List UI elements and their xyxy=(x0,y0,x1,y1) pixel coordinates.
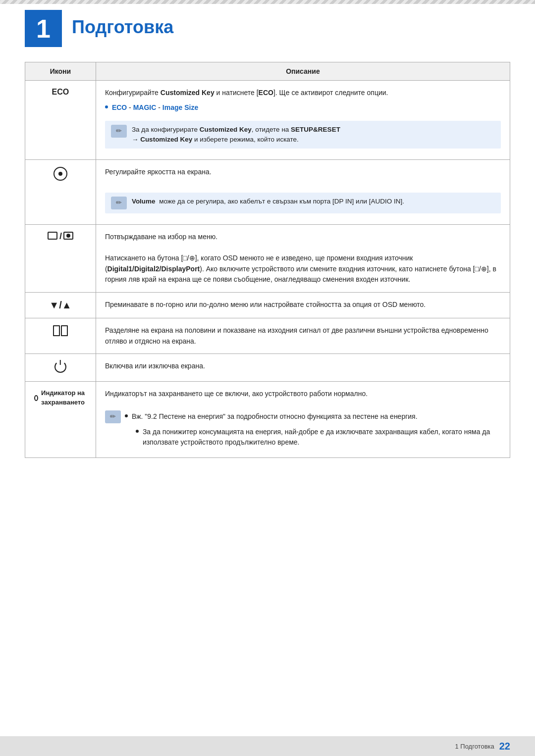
desc-cell-brightness: Регулирайте яркостта на екрана. ✏ Volume… xyxy=(96,160,510,224)
icon-cell-power xyxy=(25,354,96,382)
icon-cell-eco: ECO xyxy=(25,81,96,160)
desc-cell-power: Включва или изключва екрана. xyxy=(96,354,510,382)
icon-cell-arrows: ▼/▲ xyxy=(25,293,96,318)
note-pencil-icon: ✏ xyxy=(105,410,121,423)
footer-page-number: 22 xyxy=(499,741,510,752)
table-row: / Потвърждаване на избор на меню. Натиск… xyxy=(25,224,510,292)
square-icon xyxy=(48,232,57,240)
eco-code: ECO xyxy=(259,89,273,97)
table-row: ECO Конфигурирайте Customized Key и нати… xyxy=(25,81,510,160)
power-icon xyxy=(54,361,66,373)
chapter-title: Подготовка xyxy=(72,17,173,38)
desc-cell-eco: Конфигурирайте Customized Key и натиснет… xyxy=(96,81,510,160)
note-pencil-icon: ✏ xyxy=(111,197,127,209)
customized-key-bold: Customized Key xyxy=(160,89,214,97)
power-dot xyxy=(34,395,38,401)
menu-icon: / xyxy=(48,232,73,242)
menu-source-text: Натискането на бутона [□/⊕], когато OSD … xyxy=(105,253,501,285)
table-row: ▼/▲ Преминавате в по-горно или по-долно … xyxy=(25,293,510,318)
chapter-number: 1 xyxy=(25,10,62,47)
desc-cell-indicator: Индикаторът на захранването ще се включи… xyxy=(96,382,510,457)
split-bar-right xyxy=(61,325,68,336)
eco-description: Конфигурирайте Customized Key и натиснет… xyxy=(105,88,501,99)
table-row: Включва или изключва екрана. xyxy=(25,354,510,382)
icon-cell-brightness xyxy=(25,160,96,224)
inner-circle xyxy=(66,234,70,238)
brightness-icon xyxy=(54,167,67,181)
eco-note-box: ✏ За да конфигурирате Customized Key, от… xyxy=(105,121,501,149)
arrows-description: Преминавате в по-горно или по-долно меню… xyxy=(105,300,501,310)
menu-confirm-text: Потвърждаване на избор на меню. xyxy=(105,232,501,243)
brightness-note-text: Volume може да се регулира, ако кабелът … xyxy=(132,197,404,206)
bullet-icon xyxy=(105,105,108,108)
table-row: Индикатор на захранването Индикаторът на… xyxy=(25,382,510,457)
brightness-description: Регулирайте яркостта на екрана. xyxy=(105,167,501,178)
icon-cell-menu: / xyxy=(25,224,96,292)
brightness-note-box: ✏ Volume може да се регулира, ако кабелъ… xyxy=(105,193,501,213)
page-footer: 1 Подготовка 22 xyxy=(0,736,535,756)
power-description: Включва или изключва екрана. xyxy=(105,361,501,372)
list-item: ECO - MAGIC - Image Size xyxy=(105,101,501,114)
list-item: За да понижитер консумацията на енергия,… xyxy=(136,426,501,449)
note-pencil-icon: ✏ xyxy=(111,125,127,138)
icon-cell-split xyxy=(25,318,96,354)
indicator-bullet1: Вж. "9.2 Пестене на енергия" за подробно… xyxy=(132,411,418,422)
circle-square-icon xyxy=(63,232,73,240)
power-indicator-icon: Индикатор на захранването xyxy=(34,389,87,406)
info-table: Икони Описание ECO Конфигурирайте Custom… xyxy=(25,62,510,458)
table-row: Регулирайте яркостта на екрана. ✏ Volume… xyxy=(25,160,510,224)
eco-bullet-text: ECO - MAGIC - Image Size xyxy=(112,102,198,113)
split-description: Разделяне на екрана на половини и показв… xyxy=(105,325,501,347)
desc-cell-menu: Потвърждаване на избор на меню. Натискан… xyxy=(96,224,510,292)
bullet-icon xyxy=(136,430,139,433)
desc-cell-split: Разделяне на екрана на половини и показв… xyxy=(96,318,510,354)
eco-bullet-list: ECO - MAGIC - Image Size xyxy=(105,99,501,117)
indicator-bullet-list: Вж. "9.2 Пестене на енергия" за подробно… xyxy=(125,410,501,449)
icon-cell-indicator: Индикатор на захранването xyxy=(25,382,96,457)
indicator-bullet2: За да понижитер консумацията на енергия,… xyxy=(143,427,501,448)
eco-note-text: За да конфигурирате Customized Key, отид… xyxy=(132,125,340,145)
eco-icon: ECO xyxy=(52,88,69,96)
indicator-label: Индикатор на захранването xyxy=(41,389,87,406)
split-icon xyxy=(53,325,68,336)
footer-chapter-text: 1 Подготовка xyxy=(455,743,494,750)
top-stripe xyxy=(0,0,535,4)
slash-icon: / xyxy=(59,232,62,242)
table-header-desc: Описание xyxy=(96,62,510,81)
desc-cell-arrows: Преминавате в по-горно или по-долно меню… xyxy=(96,293,510,318)
bullet-icon xyxy=(125,414,128,417)
table-row: Разделяне на екрана на половини и показв… xyxy=(25,318,510,354)
split-bar-left xyxy=(53,325,60,336)
arrows-icon: ▼/▲ xyxy=(49,300,71,310)
main-content: Икони Описание ECO Конфигурирайте Custom… xyxy=(25,62,510,458)
table-header-icons: Икони xyxy=(25,62,96,81)
list-item: Вж. "9.2 Пестене на енергия" за подробно… xyxy=(125,410,501,423)
indicator-description: Индикаторът на захранването ще се включи… xyxy=(105,389,501,400)
indicator-note-row: ✏ Вж. "9.2 Пестене на енергия" за подроб… xyxy=(105,410,501,449)
chapter-header: 1 Подготовка xyxy=(25,10,535,47)
